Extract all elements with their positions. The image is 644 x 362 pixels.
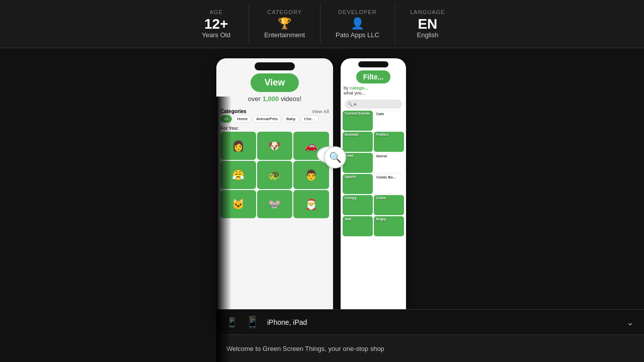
- language-label: LANGUAGE: [410, 9, 445, 15]
- meta-developer: DEVELOPER 👤 Pato Apps LLC: [320, 4, 395, 44]
- cat-animals: Animals: [343, 132, 373, 152]
- grid-cell-8: 🐭: [257, 190, 293, 218]
- pill-baby[interactable]: Baby: [283, 115, 299, 123]
- left-edge: [216, 97, 231, 362]
- filter-button[interactable]: Filte...: [356, 70, 390, 83]
- phone1-mockup: View over 1,000 videos! Categories View …: [216, 58, 333, 325]
- tablet-icon: 📱: [246, 316, 259, 329]
- promo-text-after: videos!: [279, 95, 301, 103]
- promo-text-before: over: [248, 95, 263, 103]
- language-sub: English: [417, 31, 439, 39]
- phone2-notch: [358, 61, 388, 67]
- phone2-screen: Filte... by catego... what you... 🔍 A: [341, 58, 406, 236]
- phone1-wrapper: View over 1,000 videos! Categories View …: [216, 53, 333, 332]
- view-button[interactable]: View: [251, 73, 299, 92]
- grid-row-1: 👩 🐶 🚗: [216, 132, 333, 160]
- language-value: EN: [418, 17, 437, 31]
- age-sub: Years Old: [202, 31, 230, 39]
- promo-highlight: 1,000: [263, 95, 279, 103]
- grid-cell-5: 🐢: [257, 161, 293, 189]
- cat-comic-books: Comic Bo...: [374, 174, 404, 194]
- phone2-wrapper: Filte... by catego... what you... 🔍 A: [333, 53, 406, 332]
- category-value: Entertainment: [264, 31, 305, 39]
- search-text: A: [354, 102, 356, 107]
- grid-row-3: 🐱 🐭 🎅: [216, 190, 333, 218]
- category-label: CATEGORY: [267, 9, 302, 15]
- cat-cats: Cats: [374, 111, 404, 131]
- developer-value: Pato Apps LLC: [336, 31, 379, 39]
- search-icon-small: 🔍: [348, 102, 353, 107]
- cat-food: Food: [343, 153, 373, 173]
- filter-text: by catego... what you...: [341, 85, 406, 98]
- meta-category: CATEGORY 🏆 Entertainment: [249, 4, 320, 44]
- grid-cell-2: 🐶: [257, 132, 293, 160]
- grid-row-2: 😤 🐢 👨: [216, 161, 333, 189]
- pill-animals[interactable]: Animal/Pets: [253, 115, 281, 123]
- cat-horror: Horror: [374, 153, 404, 173]
- cat-creepy: Creepy: [343, 195, 373, 215]
- grid-cell-6: 👨: [293, 161, 329, 189]
- cat-sports: Sports: [343, 174, 373, 194]
- pill-home[interactable]: Home: [233, 115, 251, 123]
- category-pills: All Home Animal/Pets Baby Chri...: [216, 115, 333, 125]
- age-value: 12+: [204, 17, 228, 31]
- cat-angry: Angry: [374, 216, 404, 236]
- phone2-mockup: Filte... by catego... what you... 🔍 A: [341, 58, 406, 325]
- phone1-screen: View over 1,000 videos! Categories View …: [216, 58, 333, 325]
- meta-bar: AGE 12+ Years Old CATEGORY 🏆 Entertainme…: [0, 0, 644, 48]
- view-all-link[interactable]: View All: [312, 109, 329, 114]
- category-grid: Current Events Cats Animals Politics Foo: [341, 111, 406, 236]
- device-label: iPhone, iPad: [267, 318, 307, 326]
- cat-sad: Sad: [343, 216, 373, 236]
- magnify-icon: 🔍: [324, 146, 346, 168]
- welcome-bar: Welcome to Green Screen Things, your one…: [216, 334, 644, 362]
- phone-notch: [255, 62, 295, 70]
- pill-chri[interactable]: Chri...: [300, 115, 318, 123]
- device-bar: 📱 📱 iPhone, iPad ⌄: [216, 309, 644, 334]
- grid-cell-9: 🎅: [293, 190, 329, 218]
- meta-language: LANGUAGE EN English: [395, 4, 460, 44]
- screenshots-area: View over 1,000 videos! Categories View …: [216, 53, 644, 332]
- category-icon: 🏆: [278, 17, 291, 30]
- categories-header: Categories View All: [216, 107, 333, 115]
- welcome-text: Welcome to Green Screen Things, your one…: [226, 345, 384, 352]
- meta-age: AGE 12+ Years Old: [184, 4, 249, 44]
- promo-text: over 1,000 videos!: [216, 95, 333, 103]
- chevron-down-icon[interactable]: ⌄: [626, 317, 634, 328]
- cat-crime: Crime: [374, 195, 404, 215]
- age-label: AGE: [210, 9, 223, 15]
- phone2-search-bar[interactable]: 🔍 A: [345, 100, 402, 109]
- developer-icon: 👤: [351, 17, 364, 30]
- cat-politics: Politics: [374, 132, 404, 152]
- cat-current-events: Current Events: [343, 111, 373, 131]
- for-you-label: For You:: [216, 125, 333, 132]
- filter-promo: Filte...: [341, 70, 406, 83]
- developer-label: DEVELOPER: [338, 9, 376, 15]
- main-content: View over 1,000 videos! Categories View …: [0, 48, 644, 362]
